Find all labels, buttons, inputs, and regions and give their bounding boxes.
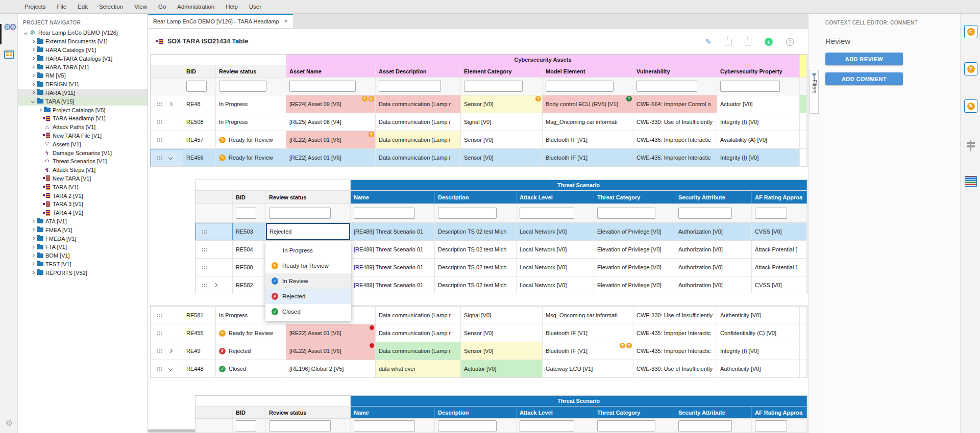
cell-threat-category[interactable]: Elevation of Privilege [V0] [594,276,675,294]
cell-attack-level[interactable]: Local Network [V0] [517,223,594,240]
filter-input-attack-level[interactable] [520,420,574,431]
tree-caret-icon[interactable] [30,219,35,224]
cell-security-attribute[interactable]: Authorization [V0] [675,241,752,258]
filter-input-description[interactable] [438,420,497,431]
cell-review-status[interactable]: In Progress [216,95,286,113]
cell-bid[interactable]: RE580 [233,259,266,276]
add-review-button[interactable]: ADD REVIEW [825,53,903,65]
tree-item-new-tara-file-v1-[interactable]: New TARA File [V1] [18,132,148,140]
row-collapse-chevron-icon[interactable] [168,156,173,160]
tree-item-tara-3-v1-[interactable]: TARA 3 [V1] [18,200,148,209]
table-row-re456[interactable]: RE456✎Ready for Review[RE22] Asset 01 [V… [151,149,807,167]
menu-item-edit[interactable]: Edit [78,4,88,10]
menu-item-projects[interactable]: Projects [24,4,46,10]
dropdown-option-closed[interactable]: ✓Closed [265,304,351,319]
cell-asset-description[interactable]: Data communication (Lamp r [376,149,461,166]
tree-item-attack-paths-v1-[interactable]: ∴Attack Paths [V1] [18,123,148,132]
tree-caret-icon[interactable] [23,30,28,35]
cell-review-status[interactable]: ✓Closed [216,360,286,377]
cell-description[interactable]: Description TS 02 test Mich [435,241,517,258]
tree-item-tara-v1-[interactable]: TARA [V1] [18,183,148,191]
cell-review-status[interactable]: ✎Ready for Review [216,131,286,148]
table-row-re448[interactable]: RE448✓Closed[RE196] Global 2 [V5]data wh… [151,360,807,378]
cell-bid[interactable]: RE508 [183,113,216,131]
tree-item-tara-headlamp-v1-[interactable]: TARA Headlamp [V1] [18,114,148,123]
row-expand-chevron-icon[interactable] [168,102,173,106]
tree-item-attack-steps-v1-[interactable]: ↯Attack Steps [V1] [18,166,148,174]
cell-element-category[interactable]: Sensor [V0] [461,149,543,166]
table-row-re508[interactable]: RE508In Progress[RE25] Asset 08 [V4]Data… [151,113,807,131]
row-drag-handle[interactable] [157,331,163,336]
filter-input-name[interactable] [354,420,415,431]
review-tool-icon[interactable]: ✎ [964,99,977,113]
cell-threat-category[interactable]: Elevation of Privilege [V0] [594,241,675,258]
tree-item-hara-catalogs-v1-[interactable]: HARA Catalogs [V1] [18,46,148,55]
table-row-re457[interactable]: RE457✎Ready for Review[RE22] Asset 01 [V… [151,131,807,149]
filter-input-bid[interactable] [236,420,256,431]
dropdown-option-rejected[interactable]: ✗Rejected [265,289,351,304]
cell-threat-category[interactable]: Elevation of Privilege [V0] [594,259,675,276]
cell-element-category[interactable]: Sensor [V0] [461,342,543,360]
signpost-tool-icon[interactable] [966,140,976,151]
cell-security-attribute[interactable]: Authorization [V0] [675,276,752,294]
cell-element-category[interactable]: Sensor [V0] [461,324,543,342]
tree-item-hara-tara-v1-[interactable]: HARA-TARA [V1] [18,63,148,71]
cell-asset-name[interactable]: [RE22] Asset 01 [V6] [286,149,376,166]
filter-input-af-rating-approa[interactable] [755,420,787,431]
filter-input-bid[interactable] [186,81,207,92]
filter-input-review-status[interactable] [269,420,331,431]
cell-model-element[interactable]: Msg_Oncoming car informati [543,113,633,131]
tree-caret-icon[interactable] [30,253,35,258]
filter-input-element-category[interactable] [464,81,523,92]
row-drag-handle[interactable] [157,367,163,371]
cell-name[interactable]: [RE489] Threat Scenario 01 [351,259,435,276]
cell-review-status[interactable]: In Progress [216,113,286,131]
cell-asset-description[interactable]: Data communication (Lamp r [376,342,461,360]
cell-element-category[interactable]: Actuator [V0] [461,360,543,377]
tree-caret-icon[interactable] [30,82,35,87]
cell-model-element[interactable]: Bluetooth IF [V1]TT [543,342,633,360]
cell-vulnerability[interactable]: CWE-330: Use of Insufficiently [633,307,717,324]
row-drag-handle[interactable] [157,138,163,142]
filter-input-asset-description[interactable] [379,81,441,92]
cell-vulnerability[interactable]: CWE-435: Improper Interactic [633,131,717,148]
settings-gears-icon[interactable]: ⚙⚙ [3,21,15,33]
cell-vulnerability[interactable]: CWE-435: Improper Interactic [633,342,717,360]
tree-caret-icon[interactable] [30,39,35,44]
menu-item-selection[interactable]: Selection [99,4,123,10]
cell-element-category[interactable]: Signal [V0] [461,307,543,324]
filter-input-threat-category[interactable] [597,420,655,431]
help-icon[interactable]: ? [786,38,794,46]
tree-item-fta-v1-[interactable]: FTA [V1] [18,243,148,251]
tree-caret-icon[interactable] [30,47,35,53]
row-drag-handle[interactable] [202,247,208,252]
tree-caret-icon[interactable] [30,227,35,233]
filter-input-review-status[interactable] [269,208,331,219]
tree-item-design-v1-[interactable]: DESIGN [V1] [18,80,148,89]
cell-vulnerability[interactable]: CWE-435: Improper Interactic [633,324,717,342]
row-expand-chevron-icon[interactable] [168,349,173,353]
filter-input-bid[interactable] [236,208,256,219]
cell-cybersecurity-property[interactable]: Availability (A) [V0] [717,131,800,148]
row-drag-handle[interactable] [202,283,208,288]
cell-vulnerability[interactable]: CWE-330: Use of Insufficiently [633,360,717,377]
cell-description[interactable]: Description TS 02 test Mich [435,223,517,240]
cell-model-element[interactable]: Bluetooth IF [V1] [543,149,633,166]
cell-af-rating[interactable]: CVSS [V0] [752,223,807,240]
cell-af-rating[interactable]: CVSS [V0] [752,276,807,294]
cell-model-element[interactable]: Bluetooth IF [V1] [543,324,633,342]
cell-bid[interactable]: RE581 [183,307,216,324]
edit-pencil-icon[interactable]: ✎ [705,38,712,46]
tree-item-tara-2-v1-[interactable]: TARA 2 [V1] [18,191,148,200]
cell-bid[interactable]: RE582 [233,276,266,294]
tree-caret-icon[interactable] [30,90,35,95]
review-status-edit-input[interactable]: Rejected [266,223,350,240]
cell-model-element[interactable]: Bluetooth IF [V1] [543,131,633,148]
cell-attack-level[interactable]: Local Network [V0] [517,276,594,294]
cell-review-status[interactable]: ✗Rejected [216,342,286,360]
tree-caret-icon[interactable] [30,270,35,275]
tree-item-reports-v52-[interactable]: REPORTS [V52] [18,268,148,277]
cell-asset-name[interactable]: [RE24] Asset 09 [V6]TC [286,95,376,113]
tree-item-hara-tara-catalogs-v1-[interactable]: HARA-TARA Catalogs [V1] [18,54,148,63]
row-drag-handle[interactable] [157,349,163,353]
